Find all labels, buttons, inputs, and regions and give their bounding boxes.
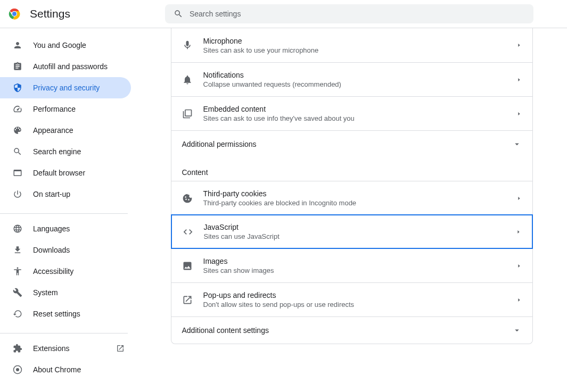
main-content: Microphone Sites can ask to use your mic… <box>136 28 567 392</box>
sidebar-divider <box>0 213 128 214</box>
setting-row-microphone[interactable]: Microphone Sites can ask to use your mic… <box>171 28 532 62</box>
microphone-icon <box>182 40 193 51</box>
row-title: Additional permissions <box>182 140 257 148</box>
reset-icon <box>13 309 22 319</box>
chevron-right-icon <box>516 263 522 269</box>
sidebar-item-privacy[interactable]: Privacy and security <box>0 77 131 98</box>
row-title: Third-party cookies <box>203 189 506 198</box>
search-container[interactable] <box>165 4 533 23</box>
sidebar-item-default-browser[interactable]: Default browser <box>0 162 131 184</box>
sidebar-item-performance[interactable]: Performance <box>0 98 131 120</box>
external-link-icon <box>116 344 125 353</box>
settings-card: Microphone Sites can ask to use your mic… <box>171 28 533 344</box>
person-icon <box>13 40 22 50</box>
chevron-right-icon <box>516 229 521 235</box>
palette-icon <box>13 126 22 135</box>
sidebar-item-system[interactable]: System <box>0 282 131 303</box>
chevron-right-icon <box>516 196 522 201</box>
shield-icon <box>13 83 22 93</box>
image-icon <box>182 261 193 271</box>
chevron-right-icon <box>516 111 522 116</box>
sidebar-item-label: Reset settings <box>33 310 125 318</box>
row-subtitle: Sites can use JavaScript <box>204 232 505 240</box>
chevron-right-icon <box>516 297 522 303</box>
sidebar-divider <box>0 333 128 333</box>
popup-icon <box>182 295 193 305</box>
chevron-down-icon <box>512 326 522 335</box>
row-title: Pop-ups and redirects <box>203 291 506 299</box>
row-title: Additional content settings <box>182 326 269 335</box>
power-icon <box>13 189 22 199</box>
row-title: JavaScript <box>204 223 505 231</box>
sidebar-item-label: Autofill and passwords <box>33 62 125 71</box>
extension-icon <box>13 344 22 353</box>
sidebar-item-autofill[interactable]: Autofill and passwords <box>0 56 131 77</box>
row-subtitle: Sites can ask to use info they've saved … <box>203 114 506 122</box>
header: Settings <box>0 0 567 28</box>
sidebar-item-label: Performance <box>33 105 125 113</box>
setting-row-javascript[interactable]: JavaScript Sites can use JavaScript <box>171 214 533 249</box>
sidebar-item-languages[interactable]: Languages <box>0 218 131 239</box>
sidebar-item-startup[interactable]: On start-up <box>0 184 131 205</box>
search-icon <box>13 147 22 156</box>
sidebar-item-label: Appearance <box>33 126 125 135</box>
code-icon <box>183 227 193 237</box>
row-subtitle: Third-party cookies are blocked in Incog… <box>203 199 506 207</box>
section-header-content: Content <box>171 157 532 181</box>
svg-point-2 <box>12 12 17 16</box>
chevron-down-icon <box>512 139 522 149</box>
chrome-logo-icon <box>9 8 20 20</box>
row-text: Notifications Collapse unwanted requests… <box>203 71 506 88</box>
sidebar-item-label: Extensions <box>33 344 105 353</box>
speedometer-icon <box>13 104 22 114</box>
setting-row-embedded[interactable]: Embedded content Sites can ask to use in… <box>171 96 532 130</box>
row-subtitle: Collapse unwanted requests (recommended) <box>203 80 506 88</box>
body-container: You and Google Autofill and passwords Pr… <box>0 28 567 392</box>
row-text: Embedded content Sites can ask to use in… <box>203 105 506 122</box>
globe-icon <box>13 224 22 233</box>
sidebar-item-label: Search engine <box>33 147 125 156</box>
expand-additional-permissions[interactable]: Additional permissions <box>171 130 532 157</box>
browser-icon <box>13 168 22 178</box>
sidebar-item-label: Privacy and security <box>33 84 125 92</box>
row-text: Pop-ups and redirects Don't allow sites … <box>203 291 506 308</box>
sidebar-item-extensions[interactable]: Extensions <box>0 338 131 359</box>
row-text: Third-party cookies Third-party cookies … <box>203 189 506 207</box>
embedded-icon <box>182 109 193 119</box>
sidebar-item-label: Languages <box>33 224 125 233</box>
setting-row-images[interactable]: Images Sites can show images <box>171 248 532 282</box>
sidebar-item-about[interactable]: About Chrome <box>0 359 131 380</box>
sidebar-item-appearance[interactable]: Appearance <box>0 120 131 141</box>
sidebar-item-you-and-google[interactable]: You and Google <box>0 35 131 56</box>
sidebar: You and Google Autofill and passwords Pr… <box>0 28 136 392</box>
download-icon <box>13 245 22 255</box>
setting-row-cookies[interactable]: Third-party cookies Third-party cookies … <box>171 181 532 215</box>
sidebar-item-accessibility[interactable]: Accessibility <box>0 261 131 282</box>
search-input[interactable] <box>190 10 525 18</box>
sidebar-item-label: On start-up <box>33 190 125 198</box>
sidebar-item-search-engine[interactable]: Search engine <box>0 141 131 162</box>
sidebar-item-label: You and Google <box>33 41 125 49</box>
sidebar-item-label: System <box>33 288 125 297</box>
chevron-right-icon <box>516 77 522 82</box>
row-subtitle: Sites can show images <box>203 266 506 274</box>
svg-point-4 <box>16 368 19 371</box>
sidebar-item-label: Accessibility <box>33 267 125 276</box>
setting-row-notifications[interactable]: Notifications Collapse unwanted requests… <box>171 62 532 96</box>
row-text: Images Sites can show images <box>203 257 506 274</box>
expand-additional-content[interactable]: Additional content settings <box>171 316 532 344</box>
row-title: Notifications <box>203 71 506 79</box>
sidebar-item-label: Default browser <box>33 169 125 177</box>
wrench-icon <box>13 288 22 297</box>
chrome-icon <box>13 365 22 374</box>
page-title: Settings <box>30 7 70 20</box>
row-title: Images <box>203 257 506 265</box>
setting-row-popups[interactable]: Pop-ups and redirects Don't allow sites … <box>171 282 532 316</box>
row-title: Microphone <box>203 37 506 45</box>
row-title: Embedded content <box>203 105 506 113</box>
sidebar-item-reset[interactable]: Reset settings <box>0 303 131 324</box>
cookie-icon <box>182 193 193 204</box>
sidebar-item-downloads[interactable]: Downloads <box>0 239 131 261</box>
accessibility-icon <box>13 266 22 276</box>
row-text: JavaScript Sites can use JavaScript <box>204 223 505 240</box>
